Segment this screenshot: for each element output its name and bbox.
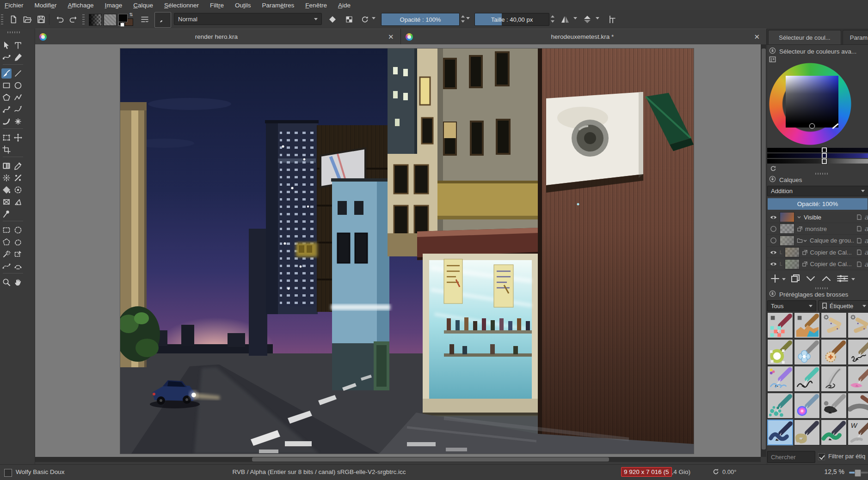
tool-smart-patch[interactable] [13, 173, 23, 183]
mirror-vertical[interactable] [580, 12, 595, 27]
zoom-slider-handle[interactable] [855, 469, 861, 477]
tool-freehand-path[interactable] [13, 104, 23, 115]
brush-preset-smudge-pink-brush[interactable] [848, 366, 868, 392]
tool-dynamic-brush[interactable] [1, 116, 12, 127]
brush-preset-smear-brush[interactable] [848, 393, 868, 419]
tool-select-magnetic[interactable] [13, 261, 23, 271]
tool-select-rectangular[interactable] [1, 225, 12, 235]
eye-visible-icon[interactable] [770, 260, 777, 268]
preserve-alpha[interactable] [342, 12, 356, 27]
add-layer-button[interactable] [770, 273, 780, 285]
brush-preset-rainbow-ball-brush[interactable] [794, 393, 820, 419]
brush-preset-pixel-blocks-brush[interactable] [794, 312, 820, 338]
layer-properties-caret[interactable] [851, 278, 855, 280]
layer-alpha-icon[interactable]: a [864, 225, 868, 233]
shade-strip-2[interactable] [767, 153, 868, 158]
tool-measure[interactable] [13, 197, 23, 207]
menu-item-affichage[interactable]: Affichage [68, 2, 94, 9]
filter-by-tag-checkbox[interactable] [818, 453, 825, 460]
tool-color-sampler[interactable] [13, 161, 23, 171]
layer-row-calque-de-grou-[interactable]: Calque de grou...a [767, 235, 868, 247]
tool-transform[interactable] [1, 133, 12, 143]
brush-preset-wet-bristle-brush[interactable] [767, 419, 793, 445]
move-layer-down-button[interactable] [805, 273, 816, 285]
brush-preset-pixel-art-brush[interactable] [767, 312, 793, 338]
brush-preset-indicator-icon[interactable] [4, 469, 12, 477]
docker-lock-icon[interactable] [769, 290, 776, 298]
save-document[interactable] [34, 12, 48, 27]
brush-preset-spray-dots-brush[interactable] [767, 393, 793, 419]
tool-polygon[interactable] [1, 92, 12, 103]
brush-filter-select[interactable]: Tous [767, 300, 816, 311]
opacity-slider[interactable]: Opacité : 100% [381, 13, 460, 26]
brush-preset-sketch-ink-brush[interactable] [794, 366, 820, 392]
canvas-workspace[interactable] [35, 44, 761, 457]
eye-hidden-icon[interactable] [770, 225, 777, 233]
foreground-background-colors[interactable]: ⇅ [118, 13, 134, 26]
tool-gradient[interactable] [1, 161, 12, 171]
colorspace-info[interactable]: RVB / Alpha (Entier sur 8 bits / canal) … [199, 468, 439, 475]
layer-lock-icon[interactable] [856, 237, 862, 244]
tool-pan[interactable] [13, 277, 23, 287]
brush-preset-watercolor-w-brush[interactable]: W [848, 419, 868, 445]
brush-preset-charcoal-smudge-brush[interactable] [821, 393, 847, 419]
tool-crop[interactable] [1, 145, 12, 155]
tag-button[interactable]: Étiquette [818, 300, 868, 311]
opacity-spinner[interactable] [460, 14, 466, 24]
shade-strip-1[interactable] [767, 148, 868, 152]
redo[interactable] [67, 12, 80, 27]
brush-preset-dry-tan-brush[interactable] [794, 419, 820, 445]
docker-splitter-grip[interactable] [815, 287, 829, 289]
mirror-vertical-caret[interactable] [596, 17, 599, 19]
tool-select-elliptical[interactable] [13, 225, 23, 235]
tool-enclose-fill[interactable] [13, 185, 23, 195]
size-spinner[interactable] [549, 14, 555, 24]
menu-item-image[interactable]: Image [105, 2, 123, 9]
menu-item-aide[interactable]: Aide [338, 2, 351, 9]
color-wheel[interactable] [769, 62, 852, 146]
tool-move[interactable] [13, 133, 23, 143]
brush-search-input[interactable]: Chercher [767, 451, 815, 463]
pattern-chooser[interactable] [104, 14, 117, 26]
tool-edit-shapes[interactable] [1, 52, 12, 62]
layer-alpha-icon[interactable]: a [864, 260, 868, 268]
vertical-scrollbar-thumb[interactable] [762, 49, 766, 450]
new-document[interactable] [6, 12, 20, 27]
tab-parameters[interactable]: Param [843, 30, 868, 44]
mirror-horizontal[interactable] [558, 12, 573, 27]
docker-lock-icon[interactable] [769, 47, 776, 55]
tool-bezier-curve[interactable] [1, 104, 12, 115]
tab-color-selector[interactable]: Sélecteur de coul... [768, 30, 841, 44]
tool-rectangle[interactable] [1, 80, 12, 91]
tab-render-hero[interactable]: render hero.kra ✕ [35, 29, 401, 44]
layer-alpha-icon[interactable]: a [864, 237, 868, 245]
docker-splitter-grip[interactable] [815, 173, 829, 175]
tool-zoom[interactable] [1, 277, 12, 287]
close-icon[interactable]: ✕ [752, 33, 762, 41]
tool-select-polygonal[interactable] [1, 237, 12, 247]
add-layer-caret[interactable] [782, 278, 786, 280]
layer-lock-icon[interactable] [856, 225, 862, 232]
layer-opacity-slider[interactable]: Opacité: 100% [768, 198, 868, 210]
tool-select-contiguous[interactable] [1, 249, 12, 259]
tool-reference-images[interactable] [1, 209, 12, 219]
canvas-painting[interactable] [120, 49, 694, 454]
tool-multibrush[interactable] [13, 116, 23, 127]
canvas-rotation[interactable]: 0.00° [712, 468, 737, 475]
move-layer-up-button[interactable] [821, 273, 832, 285]
layer-blend-mode-select[interactable]: Addition [767, 186, 868, 196]
tool-text[interactable] [13, 40, 23, 50]
horizontal-scrollbar[interactable] [35, 457, 761, 462]
layer-row-copier-de-cal-[interactable]: LCopier de Cal...a [767, 247, 868, 258]
color-cursor[interactable] [809, 123, 815, 129]
refresh-icon[interactable] [769, 164, 778, 174]
tool-polyline[interactable] [13, 92, 23, 103]
saturation-value-box[interactable] [786, 76, 838, 128]
brush-preset-sketch-chrome-brush[interactable] [767, 366, 793, 392]
layer-row-copier-de-cal-[interactable]: LCopier de Cal...a [767, 259, 868, 270]
image-size-indicator[interactable]: 9 920 x 7 016 (5 ,4 Gio) [621, 467, 690, 477]
layer-row-visible[interactable]: Visiblea [767, 212, 868, 223]
menu-item-filtre[interactable]: Filtre [210, 2, 224, 9]
docker-lock-icon[interactable] [769, 176, 776, 184]
wrap-around-mode[interactable] [605, 12, 620, 27]
